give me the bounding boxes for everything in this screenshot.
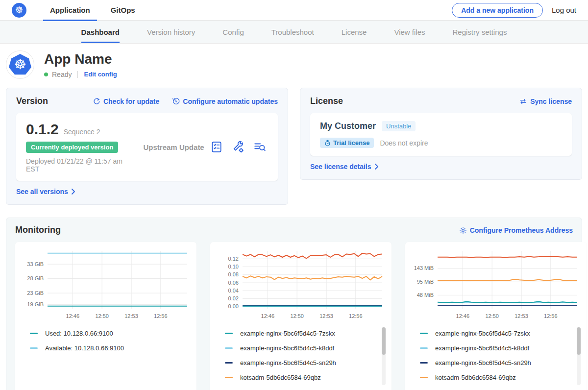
configure-prometheus-link[interactable]: Configure Prometheus Address bbox=[459, 226, 573, 234]
subnav-tab-registry-settings[interactable]: Registry settings bbox=[453, 21, 507, 43]
legend-item: Used: 10.128.0.66:9100 bbox=[30, 326, 191, 341]
license-expiry: Does not expire bbox=[380, 139, 428, 147]
sync-arrows-icon bbox=[519, 98, 527, 105]
version-card-title: Version bbox=[16, 96, 48, 106]
svg-text:0.06: 0.06 bbox=[228, 280, 239, 286]
svg-text:12:50: 12:50 bbox=[485, 313, 499, 319]
configure-prometheus-label: Configure Prometheus Address bbox=[470, 226, 573, 234]
svg-text:23 GiB: 23 GiB bbox=[27, 290, 44, 296]
configure-automatic-updates-label: Configure automatic updates bbox=[183, 98, 278, 105]
scrollbar-thumb[interactable] bbox=[577, 327, 581, 355]
disk-usage-card: 19 GiB23 GiB28 GiB33 GiB12:4612:5012:531… bbox=[15, 242, 196, 390]
page-title: App Name bbox=[44, 51, 117, 67]
sync-license-label: Sync license bbox=[530, 98, 572, 105]
svg-text:12:56: 12:56 bbox=[349, 313, 363, 319]
check-for-update-label: Check for update bbox=[103, 98, 159, 105]
currently-deployed-badge: Currently deployed version bbox=[26, 142, 118, 153]
license-details-card: My Customer Unstable Trial license Does … bbox=[310, 113, 572, 156]
status-dot-icon bbox=[44, 73, 48, 76]
legend-item: Available: 10.128.0.66:9100 bbox=[30, 341, 191, 356]
svg-text:48 MiB: 48 MiB bbox=[417, 292, 434, 298]
see-license-details-link[interactable]: See license details bbox=[310, 163, 572, 171]
kubernetes-logo-icon[interactable]: ☸ bbox=[12, 3, 26, 18]
svg-text:0.02: 0.02 bbox=[228, 295, 239, 301]
sync-license-link[interactable]: Sync license bbox=[519, 98, 572, 105]
svg-text:12:53: 12:53 bbox=[124, 313, 138, 319]
edit-config-link[interactable]: Edit config bbox=[84, 71, 117, 78]
config-wrench-icon[interactable] bbox=[232, 141, 245, 153]
trial-license-label: Trial license bbox=[333, 139, 369, 146]
legend-dash-icon bbox=[225, 347, 233, 349]
see-all-versions-label: See all versions bbox=[16, 188, 68, 195]
legend-label: example-nginx-5bc6f5d4c5-sn29h bbox=[240, 359, 336, 366]
subnav-tab-view-files[interactable]: View files bbox=[394, 21, 425, 43]
refresh-icon bbox=[93, 98, 100, 105]
svg-text:12:56: 12:56 bbox=[544, 313, 558, 319]
svg-text:12:50: 12:50 bbox=[95, 313, 109, 319]
scrollbar-thumb[interactable] bbox=[382, 327, 386, 355]
monitoring-section: Monitoring Configure Prometheus Address … bbox=[6, 218, 582, 390]
subnav-tab-config[interactable]: Config bbox=[222, 21, 244, 43]
legend-scrollbar[interactable] bbox=[577, 327, 581, 385]
svg-text:0.10: 0.10 bbox=[228, 264, 239, 269]
svg-text:0.08: 0.08 bbox=[228, 271, 239, 277]
legend-label: Available: 10.128.0.66:9100 bbox=[45, 344, 124, 352]
legend-item: example-nginx-5bc6f5d4c5-sn29h bbox=[225, 356, 386, 370]
disk-usage-legend: Used: 10.128.0.66:9100Available: 10.128.… bbox=[21, 326, 191, 356]
license-card: License Sync license My Customer Unstabl… bbox=[300, 88, 582, 180]
subnav-tab-dashboard[interactable]: Dashboard bbox=[81, 21, 120, 43]
svg-text:12:46: 12:46 bbox=[456, 313, 470, 319]
check-for-update-link[interactable]: Check for update bbox=[93, 98, 159, 105]
svg-text:33 GiB: 33 GiB bbox=[27, 261, 44, 267]
legend-dash-icon bbox=[225, 377, 233, 378]
cpu-usage-card: 0.000.020.040.060.080.100.1212:4612:5012… bbox=[210, 242, 392, 390]
svg-text:12:46: 12:46 bbox=[261, 313, 275, 319]
tab-application[interactable]: Application bbox=[43, 0, 97, 21]
legend-item: kotsadm-5db6dc6584-69qbz bbox=[225, 370, 386, 385]
trial-license-badge: Trial license bbox=[320, 138, 374, 148]
preflight-checks-icon[interactable] bbox=[210, 141, 223, 153]
subnav-tab-troubleshoot[interactable]: Troubleshoot bbox=[271, 21, 314, 43]
legend-dash-icon bbox=[420, 347, 428, 349]
svg-text:12:56: 12:56 bbox=[154, 313, 168, 319]
legend-dash-icon bbox=[225, 333, 233, 334]
svg-text:12:50: 12:50 bbox=[290, 313, 304, 319]
tab-gitops[interactable]: GitOps bbox=[104, 0, 142, 21]
configure-automatic-updates-link[interactable]: Configure automatic updates bbox=[172, 98, 278, 105]
chevron-right-icon bbox=[72, 189, 75, 195]
tab-gitops-label: GitOps bbox=[111, 6, 135, 14]
add-application-button[interactable]: Add a new application bbox=[452, 3, 543, 18]
svg-text:95 MiB: 95 MiB bbox=[417, 279, 434, 285]
legend-label: example-nginx-5bc6f5d4c5-7zskx bbox=[240, 330, 335, 337]
cpu-usage-chart: 0.000.020.040.060.080.100.1212:4612:5012… bbox=[216, 247, 386, 321]
version-card: Version Check for update Configure autom… bbox=[6, 88, 288, 205]
view-logs-icon[interactable] bbox=[253, 141, 266, 153]
disk-usage-chart: 19 GiB23 GiB28 GiB33 GiB12:4612:5012:531… bbox=[21, 247, 191, 321]
sequence-label: Sequence 2 bbox=[64, 128, 100, 136]
channel-badge: Unstable bbox=[382, 121, 416, 131]
subnav-tab-license[interactable]: License bbox=[342, 21, 367, 43]
legend-dash-icon bbox=[30, 333, 38, 334]
legend-label: example-nginx-5bc6f5d4c5-sn29h bbox=[435, 359, 531, 366]
version-source: Upstream Update bbox=[137, 143, 210, 151]
license-card-title: License bbox=[310, 96, 343, 106]
stopwatch-icon bbox=[324, 140, 331, 146]
subnav-tab-version-history[interactable]: Version history bbox=[147, 21, 195, 43]
app-icon: ☸ bbox=[6, 50, 34, 79]
svg-text:0.04: 0.04 bbox=[228, 288, 239, 293]
legend-dash-icon bbox=[225, 362, 233, 364]
legend-scrollbar[interactable] bbox=[382, 327, 386, 385]
legend-dash-icon bbox=[420, 333, 428, 334]
current-version-card: 0.1.2 Sequence 2 Currently deployed vers… bbox=[16, 113, 278, 181]
cpu-usage-legend: example-nginx-5bc6f5d4c5-7zskxexample-ng… bbox=[216, 326, 386, 385]
legend-label: example-nginx-5bc6f5d4c5-k8ddf bbox=[435, 344, 529, 352]
status-text: Ready bbox=[52, 71, 72, 78]
logout-link[interactable]: Log out bbox=[552, 6, 576, 14]
see-license-details-label: See license details bbox=[310, 163, 371, 171]
legend-dash-icon bbox=[420, 362, 428, 364]
see-all-versions-link[interactable]: See all versions bbox=[16, 188, 278, 195]
svg-text:143 MiB: 143 MiB bbox=[414, 265, 434, 271]
legend-item: example-nginx-5bc6f5d4c5-k8ddf bbox=[225, 341, 386, 356]
legend-item: example-nginx-5bc6f5d4c5-7zskx bbox=[225, 326, 386, 341]
legend-label: kotsadm-5db6dc6584-69qbz bbox=[435, 374, 516, 381]
